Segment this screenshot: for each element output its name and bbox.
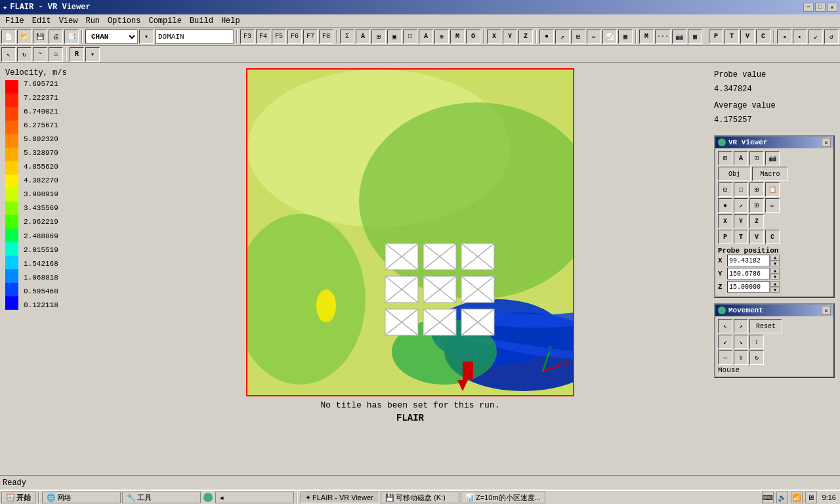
tb-grid2[interactable]: ⊞ xyxy=(571,30,585,44)
tb-right[interactable]: ▸ xyxy=(793,30,807,44)
tb2-home[interactable]: ⌂ xyxy=(49,47,63,62)
tb-circle[interactable]: ⊕ xyxy=(434,30,449,44)
vr-btn-r4-4[interactable]: ✏ xyxy=(765,198,780,213)
probe-x-input[interactable] xyxy=(727,255,770,266)
probe-z-down[interactable]: ▼ xyxy=(770,287,780,293)
tb-m2[interactable]: M xyxy=(639,30,654,44)
menu-help[interactable]: Help xyxy=(217,15,244,27)
minimize-button[interactable]: − xyxy=(803,3,814,12)
taskbar-network[interactable]: 🌐 网络 xyxy=(42,492,121,503)
mov-ud[interactable]: ↕ xyxy=(749,335,764,349)
menu-options[interactable]: Options xyxy=(104,15,144,27)
tb-table[interactable]: ▦ xyxy=(618,30,633,44)
tb-camera[interactable]: 📷 xyxy=(672,30,686,44)
movement-close[interactable]: ✕ xyxy=(822,306,831,315)
mov-ne[interactable]: ↗ xyxy=(734,319,748,333)
vr-btn-t[interactable]: T xyxy=(734,230,748,244)
tb-arrow[interactable]: ↗ xyxy=(555,30,570,44)
tb-a1[interactable]: A xyxy=(356,30,370,44)
tb-open[interactable]: 📂 xyxy=(17,30,32,44)
probe-y-down[interactable]: ▼ xyxy=(770,274,780,280)
tb-a2[interactable]: A xyxy=(419,30,433,44)
probe-y-input[interactable] xyxy=(727,268,770,280)
tb-x-axis[interactable]: X xyxy=(487,30,501,44)
tb-y-axis[interactable]: Y xyxy=(503,30,517,44)
fn-f5[interactable]: F5 xyxy=(272,30,286,44)
mov-lr[interactable]: ↔ xyxy=(718,350,732,365)
tb-new[interactable]: 📄 xyxy=(1,30,16,44)
tb-dot[interactable]: ● xyxy=(539,30,554,44)
menu-build[interactable]: Build xyxy=(186,15,217,27)
tb-box[interactable]: ▣ xyxy=(387,30,402,44)
tb-c[interactable]: C xyxy=(756,30,770,44)
vr-btn-x[interactable]: X xyxy=(718,214,732,228)
tb2-r[interactable]: R xyxy=(70,47,84,62)
menu-edit[interactable]: Edit xyxy=(28,15,55,27)
tb-sigma[interactable]: Σ xyxy=(340,30,354,44)
taskbar-drive[interactable]: 💾 可移动磁盘 (K:) xyxy=(381,492,459,503)
tb-print[interactable]: 🖨 xyxy=(49,30,63,44)
tb-v[interactable]: V xyxy=(740,30,755,44)
probe-z-input[interactable] xyxy=(727,281,770,293)
vr-btn-cam[interactable]: 📷 xyxy=(765,151,780,165)
tb-print2[interactable]: 📑 xyxy=(64,30,79,44)
chan-select[interactable]: CHAN xyxy=(85,30,138,44)
mov-rotate[interactable]: ↻ xyxy=(749,350,764,365)
vr-btn-r3-2[interactable]: □ xyxy=(734,182,748,197)
vr-btn-y[interactable]: Y xyxy=(734,214,748,228)
menu-run[interactable]: Run xyxy=(81,15,104,27)
tb-chart[interactable]: 📈 xyxy=(602,30,617,44)
taskbar-flair[interactable]: ✦ FLAIR - VR Viewer xyxy=(301,492,379,503)
menu-view[interactable]: View xyxy=(55,15,82,27)
domain-input[interactable] xyxy=(155,30,234,44)
tb-table2[interactable]: ▦ xyxy=(688,30,702,44)
tb-t[interactable]: T xyxy=(724,30,739,44)
vr-btn-z[interactable]: Z xyxy=(749,214,764,228)
mov-se[interactable]: ↘ xyxy=(734,335,748,349)
chan-dropdown[interactable]: ▾ xyxy=(139,30,154,44)
mov-sw[interactable]: ↙ xyxy=(718,335,732,349)
taskbar-arrow[interactable]: ◂ xyxy=(215,492,294,503)
tb-rotate[interactable]: ↺ xyxy=(824,30,839,44)
vr-btn-r4-3[interactable]: ⊞ xyxy=(749,198,764,213)
tb-save[interactable]: 💾 xyxy=(33,30,47,44)
vr-btn-v[interactable]: V xyxy=(749,230,764,244)
tb-down-left[interactable]: ↙ xyxy=(808,30,823,44)
probe-z-up[interactable]: ▲ xyxy=(770,281,780,287)
tb-pencil[interactable]: ✏ xyxy=(587,30,601,44)
vr-btn-r4-1[interactable]: ● xyxy=(718,198,732,213)
vr-btn-c[interactable]: C xyxy=(765,230,780,244)
vr-btn-p[interactable]: P xyxy=(718,230,732,244)
tb2-refresh[interactable]: ↻ xyxy=(17,47,32,62)
fn-f3[interactable]: F3 xyxy=(240,30,255,44)
vr-viewer-close[interactable]: ✕ xyxy=(822,138,831,147)
mov-reset[interactable]: Reset xyxy=(749,319,782,333)
taskbar-velocity[interactable]: 📊 Z=10m的小区速度... xyxy=(461,492,545,503)
vr-btn-obj[interactable]: Obj xyxy=(718,167,751,181)
vr-btn-table[interactable]: ⊡ xyxy=(749,151,764,165)
probe-x-up[interactable]: ▲ xyxy=(770,255,780,261)
tb-p[interactable]: P xyxy=(709,30,723,44)
fn-f6[interactable]: F6 xyxy=(287,30,302,44)
vr-btn-r3-1[interactable]: ⊡ xyxy=(718,182,732,197)
probe-y-up[interactable]: ▲ xyxy=(770,268,780,274)
start-button[interactable]: 🪟 开始 xyxy=(1,492,35,503)
fn-f7[interactable]: F7 xyxy=(303,30,318,44)
fn-f8[interactable]: F8 xyxy=(319,30,333,44)
mov-scale[interactable]: ⇕ xyxy=(734,350,748,365)
fn-f4[interactable]: F4 xyxy=(256,30,270,44)
vr-btn-grid[interactable]: ⊞ xyxy=(718,151,732,165)
tb-m1[interactable]: M xyxy=(450,30,465,44)
vr-btn-a[interactable]: A xyxy=(734,151,748,165)
vr-btn-r4-2[interactable]: ↗ xyxy=(734,198,748,213)
vr-btn-r3-4[interactable]: 📋 xyxy=(765,182,780,197)
vr-btn-r3-3[interactable]: ⊞ xyxy=(749,182,764,197)
tb2-wave[interactable]: ~ xyxy=(33,47,47,62)
vr-btn-macro[interactable]: Macro xyxy=(752,167,788,181)
viewport[interactable]: X Y xyxy=(246,68,574,396)
mov-nw[interactable]: ↖ xyxy=(718,319,732,333)
tb-grid1[interactable]: ⊞ xyxy=(371,30,386,44)
menu-file[interactable]: File xyxy=(1,15,28,27)
probe-x-down[interactable]: ▼ xyxy=(770,261,780,266)
taskbar-tools[interactable]: 🔧 工具 xyxy=(122,492,201,503)
